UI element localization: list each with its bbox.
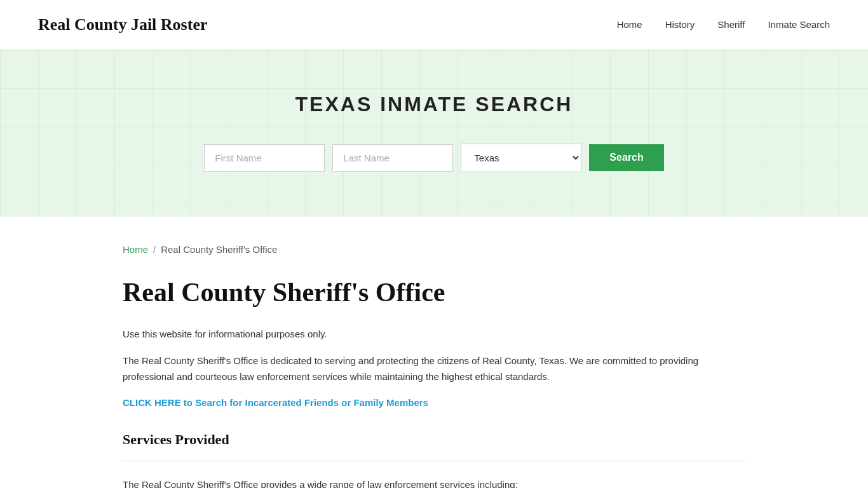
site-logo[interactable]: Real County Jail Roster: [38, 11, 207, 38]
first-name-input[interactable]: [204, 144, 325, 172]
last-name-input[interactable]: [332, 144, 453, 172]
section-divider: [123, 461, 745, 461]
nav-home[interactable]: Home: [617, 17, 642, 32]
cta-search-link[interactable]: CLICK HERE to Search for Incarcerated Fr…: [123, 395, 745, 410]
nav-history[interactable]: History: [665, 17, 695, 32]
search-button[interactable]: Search: [589, 144, 663, 171]
inmate-search-form: TexasAlabamaAlaskaArizonaArkansasCalifor…: [13, 144, 855, 172]
page-title: Real County Sheriff's Office: [123, 276, 745, 308]
site-header: Real County Jail Roster Home History She…: [0, 0, 868, 50]
main-nav: Home History Sheriff Inmate Search: [617, 17, 830, 32]
breadcrumb-home[interactable]: Home: [123, 242, 148, 257]
nav-sheriff[interactable]: Sheriff: [717, 17, 745, 32]
breadcrumb-separator: /: [153, 242, 156, 257]
services-title: Services Provided: [123, 428, 745, 451]
intro-line2: The Real County Sheriff's Office is dedi…: [123, 353, 745, 385]
services-description: The Real County Sheriff's Office provide…: [123, 477, 745, 488]
intro-line1: Use this website for informational purpo…: [123, 326, 745, 342]
state-select[interactable]: TexasAlabamaAlaskaArizonaArkansasCalifor…: [461, 144, 581, 172]
nav-inmate-search[interactable]: Inmate Search: [768, 17, 830, 32]
main-content: Home / Real County Sheriff's Office Real…: [85, 217, 783, 488]
hero-title: TEXAS INMATE SEARCH: [13, 88, 855, 121]
hero-section: TEXAS INMATE SEARCH TexasAlabamaAlaskaAr…: [0, 50, 868, 217]
breadcrumb-current: Real County Sheriff's Office: [161, 242, 277, 257]
breadcrumb: Home / Real County Sheriff's Office: [123, 242, 745, 257]
